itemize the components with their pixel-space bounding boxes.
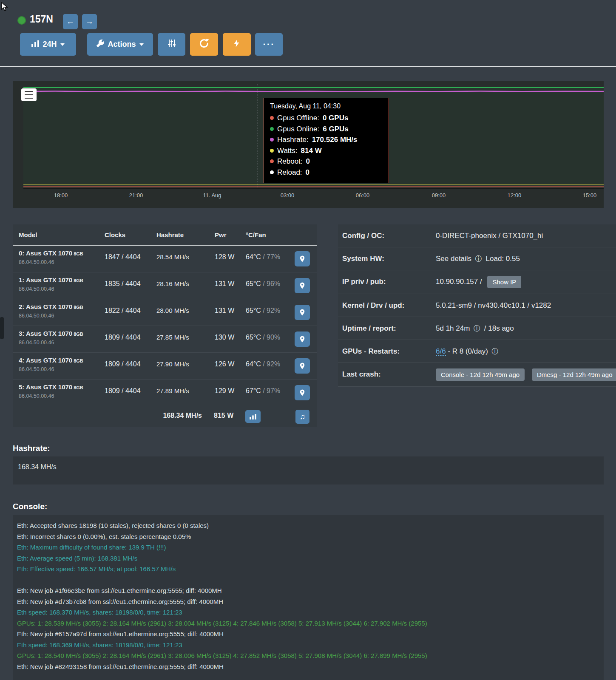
gpu-map-pin-button[interactable]: [295, 332, 310, 347]
prev-rig-button[interactable]: ←: [63, 14, 78, 29]
tooltip-value: 0: [306, 167, 309, 178]
page: 157N ← → 24H Actions: [0, 0, 616, 680]
info-row-system-hw: System HW: See details ⓘ Load: 0.55: [338, 247, 616, 270]
gpu-vram: 8GB: [74, 332, 83, 337]
gpu-vram: 8GB: [74, 358, 83, 363]
gpu-model: 0: Asus GTX 10708GB: [19, 249, 83, 257]
rig-info-panel: Config / OC: 0-DIRECT-phoenix / GTX1070_…: [338, 224, 616, 387]
total-power: 815 W: [214, 412, 233, 419]
console-line: Eth: New job #1f66e3be from ssl://eu1.et…: [17, 585, 599, 596]
crash-dmesg-button[interactable]: Dmesg - 12d 12h 49m ago: [532, 368, 616, 381]
gpu-map-pin-button[interactable]: [295, 385, 310, 400]
gpu-power: 128 W: [215, 253, 234, 261]
gpu-bios-version: 86.04.50.00.46: [19, 259, 54, 265]
tooltip-row: Gpus Offline: 0 GPUs: [270, 113, 383, 124]
console-line: Eth: Average speed (5 min): 168.381 MH/s: [17, 553, 599, 564]
gpu-model: 5: Asus GTX 10708GB: [19, 383, 83, 391]
show-ip-button[interactable]: Show IP: [487, 276, 521, 288]
gpu-bios-version: 86.04.50.00.46: [19, 366, 54, 372]
gpu-bios-version: 86.04.50.00.46: [19, 393, 54, 399]
gpu-row: 2: Asus GTX 10708GB 86.04.50.00.46 1822 …: [13, 299, 317, 326]
gpu-map-pin-button[interactable]: [295, 358, 310, 374]
next-rig-button[interactable]: →: [82, 14, 97, 29]
gpu-clocks: 1809 / 4404: [105, 360, 141, 368]
shutdown-power-button[interactable]: [223, 33, 251, 56]
col-header-pwr: Pwr: [215, 231, 227, 238]
gpu-temp-fan: 65°C / 96%: [246, 280, 280, 288]
gpu-model: 3: Asus GTX 10708GB: [19, 330, 83, 337]
info-row-last-crash: Last crash: Console - 12d 12h 49m ago Dm…: [338, 363, 616, 387]
fan-sound-button[interactable]: ♫: [295, 410, 309, 424]
tooltip-label: Gpus Offline:: [277, 113, 319, 124]
gpu-vram: 8GB: [74, 385, 83, 390]
metrics-chart[interactable]: 18:00 21:00 11. Aug 03:00 06:00 09:00 12…: [13, 81, 604, 208]
gpus-count-link[interactable]: 6/6: [436, 347, 446, 356]
gpu-row: 1: Asus GTX 10708GB 86.04.50.00.46 1835 …: [13, 272, 317, 299]
bar-chart-icon: [31, 40, 39, 49]
x-axis-tick: 03:00: [268, 192, 307, 198]
tune-settings-button[interactable]: [158, 33, 185, 56]
info-icon[interactable]: ⓘ: [475, 255, 482, 262]
gpu-row: 0: Asus GTX 10708GB 86.04.50.00.46 1847 …: [13, 246, 317, 272]
gpu-power: 131 W: [215, 280, 234, 288]
last-crash-label: Last crash:: [342, 363, 381, 386]
info-row-uptime: Uptime / report: 5d 1h 24m ⓘ / 18s ago: [338, 317, 616, 340]
gpu-row: 3: Asus GTX 10708GB 86.04.50.00.46 1809 …: [13, 326, 317, 353]
series-dot: [270, 149, 274, 153]
col-header-temp-fan: °C/Fan: [246, 231, 266, 238]
total-hashrate: 168.34 MH/s: [153, 412, 202, 419]
gpu-power: 129 W: [215, 387, 234, 395]
console-line: GPUs: 1: 28.540 MH/s (3055) 2: 28.164 MH…: [17, 650, 599, 661]
lightning-bolt-icon: [233, 38, 241, 51]
console-log[interactable]: Eth: Accepted shares 18198 (10 stales), …: [13, 515, 604, 680]
gpu-charts-button[interactable]: [245, 410, 261, 423]
info-row-kernel: Kernel / Drv / upd: 5.0.21-sm9 / nv430.4…: [338, 294, 616, 317]
console-line: GPUs: 1: 28.539 MH/s (3055) 2: 28.164 MH…: [17, 618, 599, 629]
chevron-down-icon: [60, 43, 65, 46]
tooltip-row: Watts: 814 W: [270, 145, 383, 156]
tooltip-row: Hashrate: 170.526 MH/s: [270, 134, 383, 145]
more-options-button[interactable]: ···: [255, 33, 283, 56]
tooltip-label: Watts:: [277, 145, 298, 156]
chevron-down-icon: [139, 43, 144, 46]
hashrate-section-title: Hashrate:: [13, 444, 50, 453]
gpu-row: 4: Asus GTX 10708GB 86.04.50.00.46 1809 …: [13, 353, 317, 380]
rig-title: 157N: [30, 14, 53, 25]
gpu-hashrate: 27.90 MH/s: [156, 360, 189, 368]
gpu-bios-version: 86.04.50.00.46: [19, 313, 54, 319]
gpu-map-pin-button[interactable]: [295, 251, 310, 266]
tooltip-label: Hashrate:: [277, 134, 309, 145]
info-row-gpus-restarts: GPUs - Restarts: 6/6 - R 8 (0/day) ⓘ: [338, 340, 616, 363]
x-axis-tick: 09:00: [420, 192, 458, 198]
x-axis-tick: 12:00: [495, 192, 534, 198]
refresh-button[interactable]: [190, 33, 218, 56]
console-line: Eth: Accepted shares 18198 (10 stales), …: [17, 520, 599, 531]
tooltip-value: 0 GPUs: [323, 113, 348, 124]
chart-context-menu-button[interactable]: [21, 88, 37, 101]
gpu-vram: 8GB: [74, 251, 83, 256]
time-range-dropdown[interactable]: 24H: [20, 33, 76, 56]
actions-label: Actions: [108, 40, 136, 49]
scrollbar-thumb[interactable]: [0, 317, 4, 339]
gpu-map-pin-button[interactable]: [295, 305, 310, 320]
tooltip-label: Reboot:: [277, 156, 303, 167]
see-details-link[interactable]: See details: [436, 255, 471, 263]
info-icon[interactable]: ⓘ: [474, 325, 480, 332]
gpu-clocks: 1809 / 4404: [105, 387, 141, 395]
x-axis-tick: 06:00: [343, 192, 382, 198]
gpu-table-header: Model Clocks Hashrate Pwr °C/Fan: [13, 224, 317, 246]
gpu-map-pin-button[interactable]: [295, 278, 310, 293]
tooltip-row: Reboot: 0: [270, 156, 383, 167]
info-icon[interactable]: ⓘ: [492, 348, 499, 355]
tooltip-label: Reload:: [277, 167, 302, 178]
tooltip-value: 170.526 MH/s: [312, 134, 358, 145]
x-axis-tick: 11. Aug: [193, 192, 231, 198]
load-value: Load: 0.55: [486, 255, 520, 263]
gpus-restarts-value: 6/6 - R 8 (0/day) ⓘ: [436, 340, 500, 363]
config-value: 0-DIRECT-phoenix / GTX1070_hi: [436, 224, 543, 247]
series-dot: [270, 170, 274, 174]
x-axis-tick: 18:00: [42, 192, 80, 198]
actions-dropdown[interactable]: Actions: [87, 33, 153, 56]
console-section-title: Console:: [13, 502, 47, 511]
crash-console-button[interactable]: Console - 12d 12h 49m ago: [436, 368, 525, 381]
